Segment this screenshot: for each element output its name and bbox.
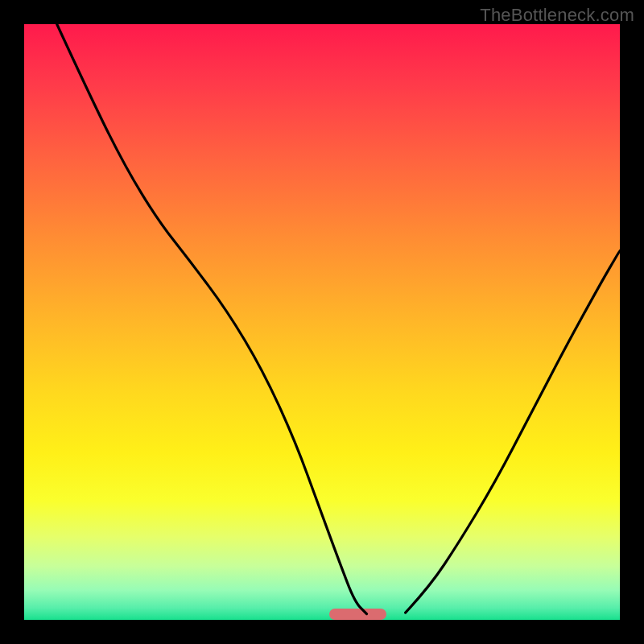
optimum-marker xyxy=(329,609,386,620)
svg-rect-0 xyxy=(24,24,620,620)
chart-frame: TheBottleneck.com xyxy=(0,0,644,644)
background-gradient xyxy=(24,24,620,620)
plot-area xyxy=(24,24,620,620)
watermark-text: TheBottleneck.com xyxy=(480,5,634,26)
